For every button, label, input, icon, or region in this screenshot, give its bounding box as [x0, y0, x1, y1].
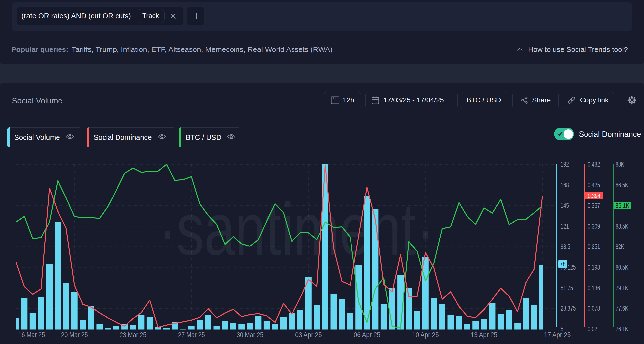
svg-text:23 Mar 25: 23 Mar 25 [120, 331, 146, 339]
svg-text:98.5: 98.5 [560, 243, 570, 251]
svg-text:78: 78 [560, 260, 566, 268]
svg-text:51.75: 51.75 [560, 284, 573, 292]
svg-text:0.193: 0.193 [588, 264, 600, 271]
svg-text:16 Mar 25: 16 Mar 25 [18, 331, 45, 339]
svg-text:80.5K: 80.5K [616, 264, 628, 271]
svg-text:86.5K: 86.5K [616, 181, 628, 189]
svg-text:27 Mar 25: 27 Mar 25 [178, 331, 205, 339]
svg-text:0.251: 0.251 [588, 243, 600, 251]
svg-text:03 Apr 25: 03 Apr 25 [295, 331, 322, 339]
svg-text:0.367: 0.367 [588, 202, 600, 209]
svg-text:13 Apr 25: 13 Apr 25 [471, 331, 498, 339]
svg-text:83.5K: 83.5K [616, 223, 628, 230]
svg-text:88K: 88K [616, 161, 624, 168]
svg-text:28.375: 28.375 [560, 305, 576, 312]
svg-text:121: 121 [560, 223, 569, 230]
svg-text:168: 168 [560, 181, 569, 189]
svg-text:20 Mar 25: 20 Mar 25 [61, 331, 88, 339]
svg-text:0.309: 0.309 [588, 223, 600, 230]
svg-text:0.02: 0.02 [588, 325, 598, 333]
svg-text:0.482: 0.482 [588, 161, 600, 168]
svg-text:0.394: 0.394 [588, 192, 601, 200]
svg-text:0.078: 0.078 [588, 305, 600, 312]
svg-text:77.6K: 77.6K [616, 305, 628, 312]
svg-text:·santiment·: ·santiment· [158, 188, 435, 270]
svg-text:76.1K: 76.1K [616, 325, 628, 333]
svg-text:10 Apr 25: 10 Apr 25 [412, 331, 439, 339]
svg-text:17 Apr 25: 17 Apr 25 [544, 331, 571, 339]
svg-text:79.1K: 79.1K [616, 284, 628, 292]
svg-text:192: 192 [560, 161, 569, 168]
svg-text:145: 145 [560, 202, 569, 209]
svg-text:0.136: 0.136 [588, 284, 600, 292]
svg-text:30 Mar 25: 30 Mar 25 [237, 331, 264, 339]
svg-text:85.1K: 85.1K [615, 202, 629, 209]
svg-text:0.425: 0.425 [588, 181, 600, 189]
svg-text:06 Apr 25: 06 Apr 25 [354, 331, 380, 339]
svg-text:82K: 82K [616, 243, 624, 251]
